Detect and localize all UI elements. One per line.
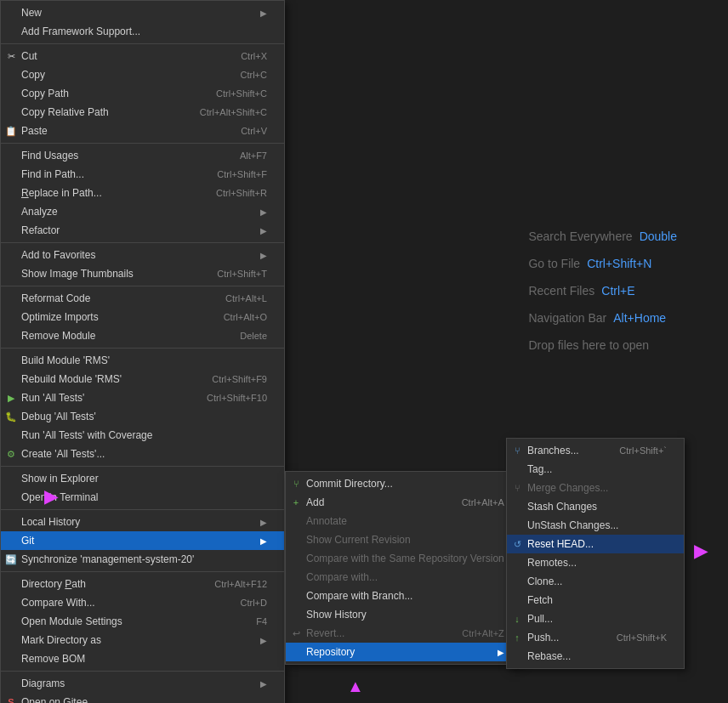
menu-reformat-code[interactable]: Reformat Code Ctrl+Alt+L [1,289,284,308]
reset-arrow-indicator: ▶ [694,541,707,561]
hint-drop: Drop files here to open [528,338,677,352]
gitee-icon: S [4,695,18,703]
menu-find-usages[interactable]: Find Usages Alt+F7 [1,146,284,165]
menu-paste[interactable]: 📋 Paste Ctrl+V [1,122,284,140]
menu-repository[interactable]: Repository ▶ [286,643,521,661]
menu-open-terminal[interactable]: Open in Terminal [1,488,284,507]
menu-push[interactable]: ↑ Push... Ctrl+Shift+K [507,628,684,647]
menu-remove-module[interactable]: Remove Module Delete [1,326,284,345]
hint-recent-label: Recent Files [528,284,594,298]
menu-annotate[interactable]: Annotate [286,512,521,530]
separator [1,571,284,572]
menu-show-history[interactable]: Show History [286,605,521,624]
arrow-icon: ▶ [260,679,267,689]
hint-nav: Navigation Bar Alt+Home [528,311,677,325]
repo-arrow-indicator: ▲ [347,677,364,696]
paste-icon: 📋 [4,124,18,138]
run-icon: ▶ [4,391,18,405]
hint-nav-label: Navigation Bar [528,311,606,325]
menu-copy-relative-path[interactable]: Copy Relative Path Ctrl+Alt+Shift+C [1,103,284,122]
menu-rebuild-module[interactable]: Rebuild Module 'RMS' Ctrl+Shift+F9 [1,370,284,388]
reset-icon: ↺ [510,537,524,551]
hint-goto: Go to File Ctrl+Shift+N [528,257,677,270]
menu-add-framework[interactable]: Add Framework Support... [1,22,284,41]
menu-compare-with[interactable]: Compare With... Ctrl+D [1,593,284,612]
hint-drop-label: Drop files here to open [528,338,649,352]
separator [1,671,284,672]
menu-stash-changes[interactable]: Stash Changes [507,497,684,516]
menu-show-thumbnails[interactable]: Show Image Thumbnails Ctrl+Shift+T [1,264,284,283]
separator [1,348,284,349]
menu-fetch[interactable]: Fetch [507,591,684,609]
menu-remotes[interactable]: Remotes... [507,553,684,572]
menu-remove-bom[interactable]: Remove BOM [1,649,284,668]
menu-synchronize[interactable]: 🔄 Synchronize 'management-system-20' [1,550,284,569]
menu-compare-with-l2[interactable]: Compare with... [286,568,521,587]
separator [1,143,284,144]
menu-mark-directory[interactable]: Mark Directory as ▶ [1,631,284,649]
menu-refactor[interactable]: Refactor ▶ [1,221,284,240]
menu-branches[interactable]: ⑂ Branches... Ctrl+Shift+` [507,441,684,460]
hint-recent-key: Ctrl+E [601,284,634,298]
hint-goto-key: Ctrl+Shift+N [587,257,651,270]
menu-directory-path[interactable]: Directory Path Ctrl+Alt+F12 [1,575,284,593]
settings-icon: ⚙ [4,447,18,461]
sync-icon: 🔄 [4,553,18,566]
git-arrow-indicator: ▶ [44,486,57,507]
menu-analyze[interactable]: Analyze ▶ [1,202,284,221]
menu-commit-dir[interactable]: ⑂ Commit Directory... [286,474,521,493]
separator [1,509,284,510]
menu-add-to-favorites[interactable]: Add to Favorites ▶ [1,246,284,264]
menu-optimize-imports[interactable]: Optimize Imports Ctrl+Alt+O [1,308,284,326]
menu-run-coverage[interactable]: Run 'All Tests' with Coverage [1,426,284,445]
arrow-icon: ▶ [260,636,267,645]
menu-rebase[interactable]: Rebase... [507,647,684,666]
menu-git[interactable]: Git ▶ [1,531,284,550]
separator [1,242,284,243]
menu-find-in-path[interactable]: Find in Path... Ctrl+Shift+F [1,165,284,184]
separator [1,43,284,44]
cut-icon: ✂ [4,49,18,63]
menu-replace-in-path[interactable]: Replace in Path... Ctrl+Shift+R [1,184,284,202]
menu-open-gitee[interactable]: S Open on Gitee [1,693,284,703]
context-menu-l2: ⑂ Commit Directory... + Add Ctrl+Alt+A A… [285,471,522,665]
arrow-icon: ▶ [260,518,267,527]
hint-goto-label: Go to File [528,257,580,270]
menu-create-all-tests[interactable]: ⚙ Create 'All Tests'... [1,445,284,463]
menu-clone[interactable]: Clone... [507,572,684,591]
menu-build-module[interactable]: Build Module 'RMS' [1,351,284,370]
menu-show-current-rev[interactable]: Show Current Revision [286,530,521,549]
menu-copy[interactable]: Copy Ctrl+C [1,65,284,84]
menu-reset-head[interactable]: ↺ Reset HEAD... [507,535,684,553]
menu-compare-branch[interactable]: Compare with Branch... [286,587,521,605]
arrow-icon: ▶ [260,207,267,217]
background-hints: Search Everywhere Double Go to File Ctrl… [528,230,677,352]
menu-tag[interactable]: Tag... [507,460,684,479]
separator [1,466,284,467]
menu-unstash-changes[interactable]: UnStash Changes... [507,516,684,535]
hint-search-key: Double [640,230,677,243]
debug-icon: 🐛 [4,410,18,423]
menu-show-explorer[interactable]: Show in Explorer [1,469,284,488]
branches-icon: ⑂ [510,444,524,457]
menu-merge-changes[interactable]: ⑂ Merge Changes... [507,479,684,497]
context-menu-l1: New ▶ Add Framework Support... ✂ Cut Ctr… [0,0,285,703]
menu-cut[interactable]: ✂ Cut Ctrl+X [1,47,284,65]
menu-compare-same-repo[interactable]: Compare with the Same Repository Version [286,549,521,568]
menu-diagrams[interactable]: Diagrams ▶ [1,674,284,693]
context-menu-l3: ⑂ Branches... Ctrl+Shift+` Tag... ⑂ Merg… [506,438,685,669]
separator [1,286,284,286]
menu-add[interactable]: + Add Ctrl+Alt+A [286,493,521,512]
arrow-icon: ▶ [260,536,267,546]
revert-icon: ↩ [289,626,303,640]
merge-icon: ⑂ [510,481,524,495]
copy-icon [4,68,18,82]
menu-copy-path[interactable]: Copy Path Ctrl+Shift+C [1,84,284,103]
menu-revert[interactable]: ↩ Revert... Ctrl+Alt+Z [286,624,521,643]
menu-new[interactable]: New ▶ [1,3,284,22]
menu-run-all-tests[interactable]: ▶ Run 'All Tests' Ctrl+Shift+F10 [1,388,284,407]
menu-open-module-settings[interactable]: Open Module Settings F4 [1,612,284,631]
menu-debug-all-tests[interactable]: 🐛 Debug 'All Tests' [1,407,284,426]
menu-local-history[interactable]: Local History ▶ [1,513,284,531]
menu-pull[interactable]: ↓ Pull... [507,609,684,628]
